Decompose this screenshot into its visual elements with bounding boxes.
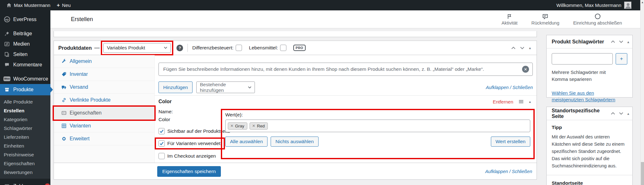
gear-icon — [61, 136, 67, 141]
notification-badge — [45, 183, 50, 185]
page-scrollbar[interactable]: ▲ — [640, 0, 644, 185]
sidebar-item-label: Kommentare — [13, 62, 42, 68]
submenu-erstellen[interactable]: Erstellen — [0, 106, 50, 115]
scroll-up-icon[interactable]: ▲ — [641, 1, 644, 4]
remove-attribute-link[interactable]: Entfernen — [493, 99, 513, 104]
create-value-button[interactable]: Wert erstellen — [491, 137, 530, 147]
product-tags-panel: Produkt Schlagwörter ▴ + Mehrere Schlagw… — [546, 35, 633, 98]
sidebar-item-woocommerce[interactable]: Woo WooCommerce — [0, 74, 50, 84]
submenu-alle-produkte[interactable]: Alle Produkte — [0, 98, 50, 106]
sidebar-item-medien[interactable]: Medien — [0, 39, 50, 49]
sidebar-item-label: Produkte — [13, 87, 33, 92]
submenu-preishinweise[interactable]: Preishinweise — [0, 150, 50, 159]
payments-icon — [4, 184, 10, 185]
admin-sidebar: ep EverPress Beiträge Medien Sei — [0, 10, 50, 185]
tip-text: Mit der Auswahl des unteren Kästchen wir… — [552, 133, 630, 170]
submenu-kategorien[interactable]: Kategorien — [0, 115, 50, 124]
move-up-icon[interactable] — [611, 40, 615, 43]
add-tag-button[interactable]: + — [616, 53, 627, 64]
move-up-icon[interactable] — [511, 47, 515, 49]
finish-setup-button[interactable]: Einrichtung abschließen — [573, 13, 622, 25]
site-menu[interactable]: Max Mustermann — [3, 0, 54, 10]
submenu-bewertungen[interactable]: Bewertungen — [0, 168, 50, 177]
attribute-name-label: Name: — [158, 109, 221, 115]
admin-bar: Max Mustermann + Neu Willkommen, Max Mus… — [0, 0, 644, 10]
tab-allgemein[interactable]: Allgemein — [54, 55, 154, 68]
collapse-toggle-icon[interactable]: ▴ — [627, 40, 629, 44]
food-checkbox[interactable] — [280, 45, 286, 51]
sidebar-item-everpress[interactable]: ep EverPress — [0, 14, 50, 25]
action-label: Einrichtung abschließen — [573, 20, 622, 25]
drag-handle-icon[interactable] — [519, 100, 524, 104]
visible-on-product-page-checkbox[interactable] — [158, 128, 165, 134]
sidebar-item-beitraege[interactable]: Beiträge — [0, 28, 50, 39]
expand-close-link[interactable]: Aufklappen / Schließen — [486, 85, 533, 90]
submenu-einheiten[interactable]: Einheiten — [0, 142, 50, 150]
location-section-heading: Standortseite — [552, 180, 630, 185]
sidebar-item-produkte[interactable]: Produkte — [0, 84, 50, 95]
sidebar-item-label: Seiten — [13, 52, 27, 57]
margin-scheme-checkbox[interactable] — [236, 45, 242, 51]
collapse-toggle-icon[interactable]: ▴ — [627, 111, 629, 116]
remove-tag-icon[interactable]: ✕ — [230, 124, 233, 128]
new-label: Neu — [62, 3, 71, 8]
remove-tag-icon[interactable]: ✕ — [252, 124, 255, 128]
expand-close-link-bottom[interactable]: Aufklappen / Schließen — [485, 169, 532, 174]
products-icon — [4, 87, 10, 92]
tab-eigenschaften[interactable]: Eigenschaften — [54, 107, 154, 120]
circle-icon — [595, 13, 601, 20]
choose-most-used-link[interactable]: Wählen Sie aus den meistgenutzten Schlag… — [552, 90, 624, 104]
attribute-search-input[interactable] — [158, 63, 533, 76]
clear-icon[interactable]: ✕ — [522, 66, 529, 73]
pin-icon — [4, 31, 10, 36]
attribute-values-input[interactable]: ✕ Gray ✕ Red — [225, 120, 530, 132]
tab-label: Inventar — [70, 71, 88, 77]
sidebar-item-seiten[interactable]: Seiten — [0, 49, 50, 59]
title-dash: — — [94, 45, 100, 51]
tab-inventar[interactable]: Inventar — [54, 68, 154, 81]
submenu-schlagwoerter[interactable]: Schlagwörter — [0, 124, 50, 133]
move-down-icon[interactable] — [520, 47, 524, 49]
select-none-button[interactable]: Nichts auswählen — [271, 137, 318, 147]
submenu-eigenschaften[interactable]: Eigenschaften — [0, 159, 50, 168]
collapse-toggle-icon[interactable]: ▴ — [529, 46, 531, 50]
truck-icon — [61, 85, 67, 90]
tab-verlinkte-produkte[interactable]: Verlinkte Produkte — [54, 94, 154, 107]
save-attributes-button[interactable]: Eigenschaften speichern — [157, 166, 221, 177]
move-down-icon[interactable] — [619, 112, 623, 115]
annotation-variants-frame: Für Varianten verwendet — [155, 137, 225, 149]
collapse-attribute-icon[interactable]: ▴ — [529, 99, 531, 104]
annotation-product-type-frame: Variables Produkt — [101, 41, 173, 55]
add-existing-select[interactable]: Bestehende hinzufügen — [196, 81, 255, 93]
link-icon — [61, 98, 67, 103]
tag-icon — [61, 72, 67, 77]
activity-button[interactable]: Aktivität — [502, 13, 518, 25]
tab-label: Varianten — [70, 123, 91, 129]
tab-erweitert[interactable]: Erweitert — [54, 132, 154, 145]
product-type-select[interactable]: Variables Produkt — [103, 43, 171, 53]
scrollbar-thumb[interactable] — [641, 162, 644, 185]
show-in-checkout-checkbox[interactable] — [158, 153, 165, 159]
select-all-button[interactable]: Alle auswählen — [225, 137, 267, 147]
sidebar-item-zahlungen[interactable]: Zahlungen — [0, 181, 50, 185]
account-menu[interactable]: Willkommen, Max Mustermann — [556, 2, 640, 9]
move-up-icon[interactable] — [611, 112, 615, 115]
move-down-icon[interactable] — [619, 40, 623, 43]
feedback-button[interactable]: Rückmeldung — [532, 13, 560, 25]
tags-help-text: Mehrere Schlagwörter mit Komma separiere… — [552, 69, 620, 83]
plus-icon: + — [57, 3, 60, 8]
tags-panel-title: Produkt Schlagwörter — [552, 39, 604, 45]
chevron-down-icon — [164, 47, 167, 49]
used-for-variations-checkbox[interactable] — [158, 140, 165, 147]
submenu-lieferzeiten[interactable]: Lieferzeiten — [0, 133, 50, 142]
tab-versand[interactable]: Versand — [54, 81, 154, 94]
sidebar-item-kommentare[interactable]: Kommentare — [0, 59, 50, 70]
help-icon[interactable]: ? — [176, 45, 183, 51]
tab-varianten[interactable]: Varianten — [54, 120, 154, 132]
tab-label: Versand — [70, 84, 88, 90]
tag-input[interactable] — [552, 53, 613, 64]
new-content-menu[interactable]: + Neu — [54, 0, 74, 10]
welcome-text: Willkommen, Max Mustermann — [556, 3, 621, 8]
value-tag: ✕ Red — [250, 122, 268, 130]
add-attribute-button[interactable]: Hinzufügen — [158, 81, 193, 93]
